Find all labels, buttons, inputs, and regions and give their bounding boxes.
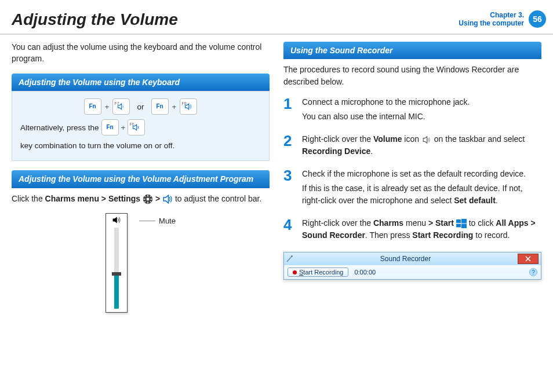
volume-taskbar-icon: [421, 135, 432, 144]
chapter-line2: Using the computer: [459, 19, 524, 27]
step-number: 1: [283, 96, 295, 125]
svg-rect-10: [456, 219, 461, 223]
fn-key-3: Fn: [101, 119, 119, 135]
record-dot-icon: [293, 270, 297, 274]
charms-bold: Charms menu > Settings: [45, 194, 141, 203]
svg-rect-3: [147, 202, 148, 203]
step-number: 3: [283, 168, 295, 209]
sound-recorder-toolbar: Start Recording 0:00:00 ?: [284, 265, 541, 279]
svg-rect-4: [144, 199, 145, 200]
svg-line-14: [287, 257, 292, 262]
f7-key: F7: [112, 98, 130, 115]
s4-mid3: . Then press: [365, 230, 412, 240]
page-header: Adjusting the Volume Chapter 3. Using th…: [0, 0, 553, 35]
sound-recorder-title: Sound Recorder: [293, 255, 518, 263]
step-number: 4: [283, 217, 295, 244]
fn-key: Fn: [84, 98, 101, 115]
chapter-line1: Chapter 3.: [459, 11, 524, 19]
f7-label: F7: [114, 100, 119, 108]
f6-key: F6: [128, 119, 145, 135]
f8-key: F8: [180, 98, 197, 115]
step-4: 4 Right-click over the Charms menu > Sta…: [283, 217, 541, 244]
recording-time: 0:00:00: [354, 269, 376, 276]
alt-post-text: key combination to turn the volume on or…: [20, 138, 174, 153]
charms-post: to adjust the control bar.: [175, 194, 261, 203]
charms-instruction: Click the Charms menu > Settings > to ad…: [12, 193, 270, 205]
s2-pre: Right-click over the: [302, 134, 373, 144]
svg-rect-5: [151, 199, 152, 200]
volume-slider-illustration: Mute: [12, 213, 270, 313]
step-3: 3 Check if the microphone is set as the …: [283, 168, 541, 209]
btn-rest: tart Recording: [303, 269, 343, 276]
svg-rect-12: [456, 224, 461, 228]
plus-sign-2: +: [172, 99, 177, 115]
mute-text: Mute: [159, 217, 176, 225]
step-body: Right-click over the Volume icon on the …: [302, 133, 541, 160]
s4-start: > Start: [428, 218, 454, 228]
microphone-icon: [286, 255, 293, 262]
intro-text: You can adjust the volume using the keyb…: [12, 42, 270, 64]
section-heading-recorder: Using the Sound Recorder: [283, 42, 541, 59]
step1-line1: Connect a microphone to the microphone j…: [302, 96, 541, 108]
chapter-label: Chapter 3. Using the computer: [459, 11, 524, 28]
volume-slider-panel: [105, 213, 128, 313]
svg-rect-2: [147, 195, 148, 196]
volume-track: [114, 228, 119, 309]
volume-handle: [112, 272, 121, 276]
chapter-block: Chapter 3. Using the computer 56: [459, 10, 546, 28]
volume-speaker-icon: [162, 195, 173, 203]
step-body: Check if the microphone is set as the de…: [302, 168, 541, 209]
step-body: Connect a microphone to the microphone j…: [302, 96, 541, 125]
s2-volume: Volume: [373, 134, 402, 144]
start-recording-button[interactable]: Start Recording: [288, 268, 348, 277]
step1-line2: You can also use the internal MIC.: [302, 111, 541, 123]
svg-point-1: [147, 197, 150, 200]
section-heading-keyboard: Adjusting the Volume using the Keyboard: [12, 74, 270, 91]
or-text: or: [137, 99, 144, 115]
s4-post: to record.: [473, 230, 510, 240]
svg-rect-11: [461, 219, 467, 224]
s3-line1: Check if the microphone is set as the de…: [302, 168, 541, 180]
close-button[interactable]: [518, 254, 539, 264]
plus-sign: +: [105, 99, 110, 115]
svg-point-15: [291, 255, 293, 257]
settings-gear-icon: [143, 194, 153, 204]
page-title: Adjusting the Volume: [12, 10, 178, 29]
plus-sign-3: +: [121, 120, 126, 135]
s2-mid: icon: [402, 134, 421, 144]
speaker-mute-icon: [112, 216, 121, 225]
mute-callout: Mute: [139, 217, 176, 225]
keyboard-shortcut-box: Fn + F7 or Fn + F8 Alternatively, press …: [12, 91, 270, 161]
s4-pre: Right-click over the: [302, 218, 373, 228]
page-number-badge: 56: [529, 10, 546, 28]
left-column: You can adjust the volume using the keyb…: [12, 42, 270, 313]
f6-label: F6: [129, 120, 134, 129]
s3-setdefault: Set default: [454, 196, 496, 205]
s4-mid1: menu: [403, 218, 428, 228]
s2-post: on the taskbar and select: [432, 134, 525, 144]
step-1: 1 Connect a microphone to the microphone…: [283, 96, 541, 125]
alt-pre-text: Alternatively, press the: [20, 120, 99, 135]
s3-post: .: [496, 196, 498, 205]
section-heading-program: Adjusting the Volume using the Volume Ad…: [12, 170, 270, 188]
step-body: Right-click over the Charms menu > Start…: [302, 217, 541, 244]
volume-fill: [114, 272, 119, 309]
fn-key-2: Fn: [151, 98, 169, 115]
sound-recorder-window: Sound Recorder Start Recording 0:00:00 ?: [283, 252, 541, 280]
s4-mid2: to click: [469, 218, 496, 228]
help-button[interactable]: ?: [529, 268, 537, 276]
right-column: Using the Sound Recorder The procedures …: [283, 42, 541, 313]
step-2: 2 Right-click over the Volume icon on th…: [283, 133, 541, 160]
recorder-intro: The procedures to record sound using the…: [283, 64, 541, 88]
s4-startrec: Start Recording: [412, 230, 473, 240]
windows-start-icon: [456, 218, 467, 229]
charms-pre: Click the: [12, 194, 45, 203]
s2-dot: .: [370, 146, 373, 156]
s2-recording-device: Recording Device: [302, 146, 370, 156]
step-number: 2: [283, 133, 295, 160]
s4-charms: Charms: [373, 218, 403, 228]
charms-separator: >: [155, 194, 162, 203]
sound-recorder-titlebar: Sound Recorder: [284, 252, 541, 265]
f8-label: F8: [181, 100, 186, 108]
callout-line: [139, 221, 155, 221]
